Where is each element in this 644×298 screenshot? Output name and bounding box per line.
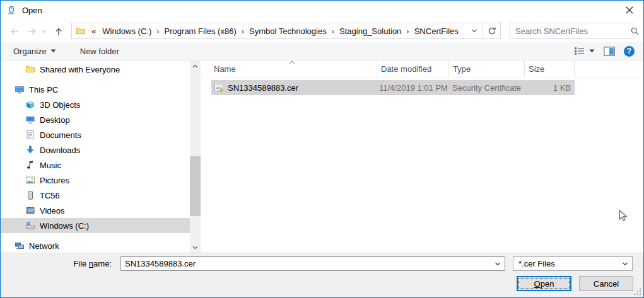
title-bar: Open (1, 1, 643, 20)
breadcrumb-segment[interactable]: SNCertFiles (411, 26, 462, 36)
app-icon (6, 5, 16, 15)
sidebar-item-label: Pictures (40, 176, 69, 185)
file-name-combobox (120, 256, 505, 271)
network-icon (15, 241, 25, 251)
file-name-dropdown-icon[interactable] (491, 257, 505, 270)
breadcrumb-segment[interactable]: Program Files (x86) (161, 26, 240, 36)
open-button[interactable]: Open (517, 276, 571, 291)
file-date-cell: 11/4/2019 1:01 PM (377, 83, 448, 93)
breadcrumb-overflow-button[interactable]: « (89, 26, 98, 36)
chevron-down-icon (50, 49, 56, 53)
device-icon (25, 190, 35, 200)
objects-3d-icon (25, 100, 35, 110)
file-type-value: *.cer Files (513, 259, 618, 268)
change-view-button[interactable] (574, 46, 595, 56)
toolbar-right-group: ? (574, 46, 635, 57)
pictures-icon (25, 175, 35, 185)
organize-button[interactable]: Organize (13, 47, 56, 56)
music-icon (25, 160, 35, 170)
details-view-icon (574, 46, 585, 56)
sidebar-item[interactable]: Pictures (1, 173, 190, 188)
sidebar-item[interactable]: Downloads (1, 142, 190, 158)
column-header-label: Size (529, 64, 544, 74)
file-row[interactable]: SN1334589883.cer11/4/2019 1:01 PMSecurit… (211, 80, 575, 95)
sidebar-item-label: Shared with Everyone (40, 65, 120, 74)
column-header-size[interactable]: Size (524, 60, 575, 77)
file-type-cell: Security Certificate (448, 83, 524, 93)
help-button[interactable]: ? (624, 46, 635, 57)
forward-button[interactable] (25, 25, 40, 38)
file-list: Name Date modified Type Size SN133458988… (201, 60, 643, 253)
recent-locations-dropdown-icon[interactable] (40, 25, 49, 38)
up-button[interactable] (51, 25, 66, 38)
open-button-mnemonic: O (534, 279, 541, 289)
new-folder-button[interactable]: New folder (80, 47, 119, 56)
sidebar-scrollbar[interactable] (190, 60, 201, 253)
sidebar-item[interactable]: Music (1, 158, 190, 173)
navigation-pane: Shared with EveryoneThis PC3D ObjectsDes… (1, 60, 201, 253)
sidebar-items: Shared with EveryoneThis PC3D ObjectsDes… (1, 62, 190, 253)
scrollbar-thumb[interactable] (190, 156, 201, 216)
file-name-label: File name: (1, 259, 116, 268)
column-header-name[interactable]: Name (211, 60, 377, 77)
sort-ascending-icon (288, 60, 296, 65)
breadcrumb-segment[interactable]: Symbol Technologies (245, 26, 331, 36)
downloads-icon (25, 145, 35, 155)
preview-pane-button[interactable] (604, 47, 615, 56)
search-box (510, 23, 633, 39)
new-folder-label: New folder (80, 47, 119, 56)
sidebar-item[interactable]: Windows (C:) (1, 218, 190, 233)
desktop-icon (25, 115, 35, 125)
search-icon[interactable] (626, 26, 643, 36)
sidebar-item[interactable]: 3D Objects (1, 97, 190, 112)
certificate-icon (214, 83, 224, 93)
address-dropdown-icon[interactable] (466, 23, 483, 38)
file-type-dropdown-icon (618, 260, 632, 268)
search-input[interactable] (510, 26, 626, 36)
videos-icon (25, 205, 35, 215)
column-header-type[interactable]: Type (448, 60, 524, 77)
window-title: Open (22, 6, 42, 15)
sidebar-item[interactable]: Network (1, 238, 190, 253)
breadcrumb-separator-icon: › (155, 26, 160, 36)
breadcrumb-segment[interactable]: Staging_Solution (336, 26, 405, 36)
breadcrumb-separator-icon: › (240, 26, 245, 36)
open-button-label: pen (541, 279, 554, 289)
sidebar-item[interactable]: Desktop (1, 112, 190, 127)
file-rows: SN1334589883.cer11/4/2019 1:01 PMSecurit… (201, 80, 643, 95)
breadcrumb-segment[interactable]: Windows (C:) (98, 26, 155, 36)
refresh-icon[interactable] (483, 23, 500, 38)
column-header-label: Type (453, 64, 471, 74)
close-button[interactable] (615, 1, 643, 20)
command-toolbar: Organize New folder ? (1, 42, 643, 60)
sidebar-item-label: Network (29, 241, 59, 251)
cancel-button[interactable]: Cancel (579, 276, 633, 291)
sidebar-item-label: This PC (29, 85, 58, 95)
sidebar-item[interactable]: This PC (1, 82, 190, 97)
file-name-label-text: File (73, 259, 89, 268)
sidebar-item[interactable]: Videos (1, 203, 190, 218)
scroll-down-icon[interactable] (190, 242, 201, 253)
sidebar-item-label: Music (40, 161, 61, 170)
file-type-dropdown[interactable]: *.cer Files (513, 256, 633, 271)
sidebar-item-label: Downloads (40, 146, 80, 155)
file-name-input[interactable] (121, 257, 491, 270)
organize-label: Organize (13, 47, 47, 56)
folder-icon (76, 26, 86, 36)
open-dialog: Open « Windows (C:)›Program Files (x86)›… (0, 0, 644, 298)
column-header-date-modified[interactable]: Date modified (377, 60, 448, 77)
sidebar-item-label: Videos (40, 206, 65, 215)
file-name-label-text: ame: (93, 259, 112, 268)
column-header-label: Name (214, 64, 236, 74)
sidebar-item[interactable]: Documents (1, 127, 190, 142)
sidebar-item-label: Windows (C:) (40, 221, 89, 231)
scroll-up-icon[interactable] (190, 60, 201, 71)
dialog-content: Shared with EveryoneThis PC3D ObjectsDes… (1, 60, 643, 253)
back-button[interactable] (7, 25, 22, 38)
file-size-cell: 1 KB (524, 83, 575, 93)
sidebar-item[interactable]: TC56 (1, 188, 190, 203)
resize-grip[interactable] (634, 288, 641, 295)
sidebar-item-label: Desktop (40, 115, 70, 125)
sidebar-item[interactable]: Shared with Everyone (1, 62, 190, 77)
address-bar[interactable]: « Windows (C:)›Program Files (x86)›Symbo… (71, 23, 501, 39)
